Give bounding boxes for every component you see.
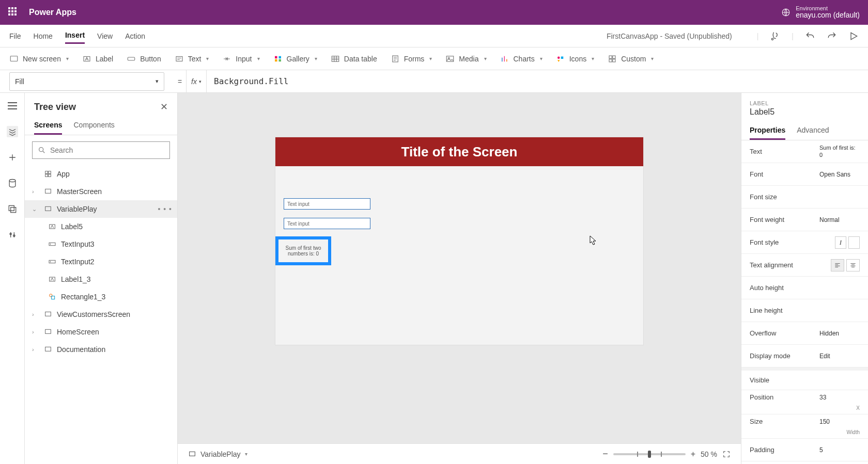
tree-item-textinput2[interactable]: TextInput2 xyxy=(25,253,177,270)
gallery-button[interactable]: Gallery▾ xyxy=(273,54,317,63)
media-icon xyxy=(445,54,455,63)
tab-components[interactable]: Components xyxy=(73,117,114,135)
svg-rect-35 xyxy=(49,260,55,263)
svg-point-15 xyxy=(557,56,560,59)
zoom-in-button[interactable]: + xyxy=(691,450,695,459)
prop-textalign[interactable]: Text alignment xyxy=(741,254,868,277)
waffle-icon[interactable] xyxy=(8,7,19,18)
prop-displaymode[interactable]: Display mode Edit xyxy=(741,345,868,367)
tree-item-label1-3[interactable]: Label1_3 xyxy=(25,270,177,288)
prop-text[interactable]: Text Sum of first is: 0 xyxy=(741,140,868,163)
tab-screens[interactable]: Screens xyxy=(34,117,62,135)
custom-button[interactable]: Custom▾ xyxy=(608,54,654,63)
tree-item-label5[interactable]: Label5 xyxy=(25,218,177,235)
tree-search[interactable] xyxy=(32,141,170,159)
label-button[interactable]: Label xyxy=(82,54,113,63)
canvas-title-label[interactable]: Title of the Screen xyxy=(275,137,643,166)
svg-rect-40 xyxy=(45,329,51,333)
align-left-button[interactable] xyxy=(831,259,844,271)
button-icon xyxy=(127,54,136,63)
prop-lineheight[interactable]: Line height xyxy=(741,299,868,322)
tab-properties[interactable]: Properties xyxy=(750,122,785,140)
media-button[interactable]: Media▾ xyxy=(445,54,486,63)
property-selector[interactable]: Fill▾ xyxy=(9,72,164,91)
prop-fontweight[interactable]: Font weight Normal xyxy=(741,209,868,231)
forms-button[interactable]: Forms▾ xyxy=(391,54,432,63)
prop-fontsize[interactable]: Font size xyxy=(741,186,868,209)
italic-button[interactable]: I xyxy=(835,236,846,249)
svg-rect-7 xyxy=(275,56,277,58)
svg-rect-4 xyxy=(128,57,135,60)
canvas-selected-label[interactable]: Sum of first two numbers is: 0 xyxy=(275,236,331,265)
tree-item-app[interactable]: App xyxy=(25,165,177,183)
tree-view-icon[interactable] xyxy=(7,126,18,137)
prop-autoheight[interactable]: Auto height xyxy=(741,277,868,299)
settings-rail-icon[interactable] xyxy=(7,229,18,241)
button-button[interactable]: Button xyxy=(127,54,161,63)
canvas-textinput-2[interactable]: Text input xyxy=(284,218,370,229)
menu-file[interactable]: File xyxy=(9,29,21,43)
prop-font[interactable]: Font Open Sans xyxy=(741,163,868,186)
text-button[interactable]: Text▾ xyxy=(175,54,209,63)
tree-item-textinput3[interactable]: TextInput3 xyxy=(25,235,177,253)
data-table-button[interactable]: Data table xyxy=(331,54,377,63)
canvas-textinput-1[interactable]: Text input xyxy=(284,198,370,210)
menu-home[interactable]: Home xyxy=(34,29,53,43)
tree-item-viewcustomers[interactable]: › ViewCustomersScreen xyxy=(25,306,177,323)
prop-fontstyle[interactable]: Font style I xyxy=(741,231,868,254)
formula-input[interactable]: Background.Fill xyxy=(207,76,868,86)
prop-padding[interactable]: Padding 5 xyxy=(741,439,868,461)
tab-advanced[interactable]: Advanced xyxy=(797,122,829,140)
menu-insert[interactable]: Insert xyxy=(65,28,85,44)
zoom-out-button[interactable]: − xyxy=(602,449,608,459)
svg-rect-11 xyxy=(332,56,339,61)
more-icon[interactable]: • • • xyxy=(158,205,172,213)
tree-item-homescreen[interactable]: › HomeScreen xyxy=(25,323,177,341)
play-icon[interactable] xyxy=(848,31,859,41)
svg-rect-28 xyxy=(49,171,51,174)
fit-icon[interactable] xyxy=(722,450,731,458)
menu-view[interactable]: View xyxy=(97,29,113,43)
canvas-screen[interactable]: Title of the Screen Text input Text inpu… xyxy=(275,137,643,345)
app-header: Power Apps Environment enayu.com (defaul… xyxy=(0,0,868,25)
new-screen-button[interactable]: New screen▾ xyxy=(9,54,69,63)
icons-button[interactable]: Icons▾ xyxy=(556,54,594,63)
svg-rect-23 xyxy=(10,207,16,213)
input-icon xyxy=(222,54,231,63)
prop-visible[interactable]: Visible xyxy=(741,367,868,390)
tree-item-documentation[interactable]: › Documentation xyxy=(25,341,177,358)
equals-sign: = xyxy=(174,77,186,86)
app-checker-icon[interactable] xyxy=(770,31,780,41)
undo-icon[interactable] xyxy=(805,31,815,41)
underline-button[interactable] xyxy=(848,236,860,249)
prop-size[interactable]: Size 150 Width xyxy=(741,414,868,439)
charts-icon xyxy=(500,54,509,63)
properties-panel: LABEL Label5 Properties Advanced Text Su… xyxy=(741,93,868,464)
screen-switcher[interactable]: VariablePlay ▾ xyxy=(188,450,247,458)
hamburger-icon[interactable] xyxy=(7,100,18,111)
media-rail-icon[interactable] xyxy=(7,203,18,215)
tree-item-variableplay[interactable]: ⌄ VariablePlay • • • xyxy=(25,200,177,218)
app-title: Power Apps xyxy=(29,8,76,17)
tree-item-masterscreen[interactable]: › MasterScreen xyxy=(25,183,177,200)
close-icon[interactable]: ✕ xyxy=(160,101,168,113)
prop-position[interactable]: Position 33 X xyxy=(741,390,868,414)
svg-point-21 xyxy=(9,180,16,182)
svg-rect-5 xyxy=(176,56,182,61)
redo-icon[interactable] xyxy=(827,31,837,41)
add-icon[interactable] xyxy=(7,152,18,163)
align-center-button[interactable] xyxy=(846,259,860,271)
charts-button[interactable]: Charts▾ xyxy=(500,54,542,63)
input-button[interactable]: Input▾ xyxy=(222,54,259,63)
environment-switcher[interactable]: Environment enayu.com (default) xyxy=(781,5,860,19)
label-icon xyxy=(82,54,91,63)
data-icon[interactable] xyxy=(7,178,18,189)
zoom-slider[interactable] xyxy=(613,453,686,455)
insert-ribbon: New screen▾ Label Button Text▾ Input▾ Ga… xyxy=(0,47,868,70)
search-input[interactable] xyxy=(50,146,164,154)
tree-item-rectangle1-3[interactable]: Rectangle1_3 xyxy=(25,288,177,306)
prop-overflow[interactable]: Overflow Hidden xyxy=(741,322,868,345)
fx-button[interactable]: fx▾ xyxy=(186,70,207,92)
svg-rect-30 xyxy=(49,174,51,177)
menu-action[interactable]: Action xyxy=(125,29,145,43)
